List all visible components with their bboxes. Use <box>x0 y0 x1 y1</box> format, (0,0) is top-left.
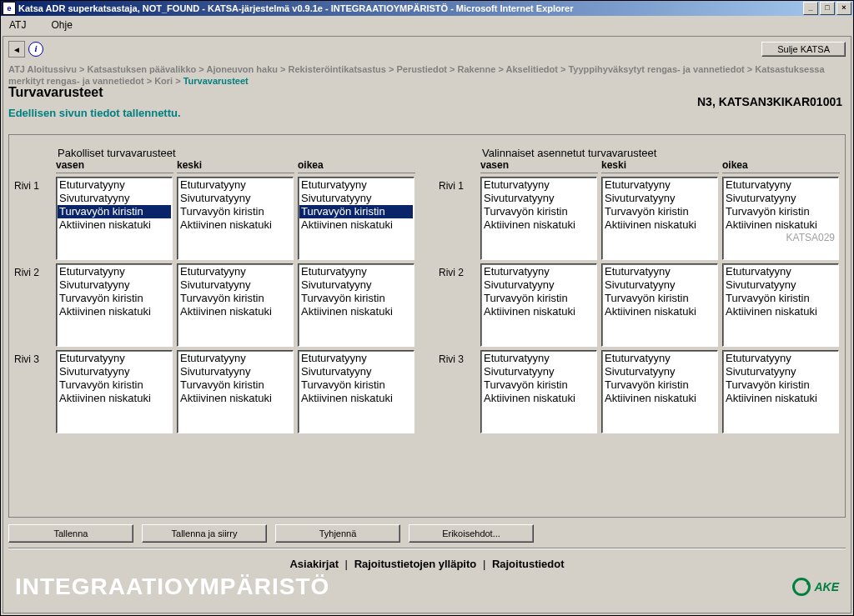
list-item[interactable]: Turvavyön kiristin <box>724 205 837 218</box>
crumb-4[interactable]: Perustiedot <box>397 64 448 74</box>
list-item[interactable]: Etuturvatyyny <box>299 352 413 365</box>
list-item[interactable]: Aktiivinen niskatuki <box>58 305 171 318</box>
list-item[interactable]: Sivuturvatyyny <box>58 365 171 378</box>
list-item[interactable]: Etuturvatyyny <box>724 178 837 192</box>
listbox-optional-r2-right[interactable]: EtuturvatyynySivuturvatyynyTurvavyön kir… <box>722 263 839 347</box>
list-item[interactable]: Turvavyön kiristin <box>299 292 413 305</box>
listbox-mandatory-r1-middle[interactable]: EtuturvatyynySivuturvatyynyTurvavyön kir… <box>177 177 294 260</box>
menu-atj[interactable]: ATJ <box>4 18 31 32</box>
list-item[interactable]: Sivuturvatyyny <box>299 365 413 378</box>
crumb-1[interactable]: Katsastuksen päävalikko <box>87 64 196 74</box>
list-item[interactable]: Aktiivinen niskatuki <box>724 305 837 318</box>
list-item[interactable]: Sivuturvatyyny <box>724 278 837 292</box>
listbox-optional-r3-middle[interactable]: EtuturvatyynySivuturvatyynyTurvavyön kir… <box>601 350 718 433</box>
list-item[interactable]: Aktiivinen niskatuki <box>724 392 837 405</box>
list-item[interactable]: Turvavyön kiristin <box>58 292 171 305</box>
back-button[interactable]: ◄ <box>8 41 25 58</box>
list-item[interactable]: Aktiivinen niskatuki <box>58 218 171 232</box>
menu-ohje[interactable]: Ohje <box>46 18 77 32</box>
list-item[interactable]: Sivuturvatyyny <box>178 365 292 378</box>
listbox-mandatory-r2-left[interactable]: EtuturvatyynySivuturvatyynyTurvavyön kir… <box>56 263 173 347</box>
list-item[interactable]: Turvavyön kiristin <box>603 205 716 218</box>
list-item[interactable]: Turvavyön kiristin <box>178 378 292 392</box>
list-item[interactable]: Sivuturvatyyny <box>299 278 413 292</box>
list-item[interactable]: Sivuturvatyyny <box>603 365 716 378</box>
list-item[interactable]: Sivuturvatyyny <box>58 192 171 205</box>
list-item[interactable]: Etuturvatyyny <box>603 265 716 278</box>
list-item[interactable]: Etuturvatyyny <box>724 265 837 278</box>
list-item[interactable]: Sivuturvatyyny <box>603 192 716 205</box>
list-item[interactable]: Aktiivinen niskatuki <box>299 218 413 232</box>
listbox-mandatory-r3-middle[interactable]: EtuturvatyynySivuturvatyynyTurvavyön kir… <box>177 350 294 433</box>
link-maint[interactable]: Rajoitustietojen ylläpito <box>354 558 477 570</box>
list-item[interactable]: Etuturvatyyny <box>178 178 292 192</box>
list-item[interactable]: Etuturvatyyny <box>482 352 595 365</box>
list-item[interactable]: Turvavyön kiristin <box>178 292 292 305</box>
link-restr[interactable]: Rajoitustiedot <box>492 558 565 570</box>
listbox-mandatory-r2-middle[interactable]: EtuturvatyynySivuturvatyynyTurvavyön kir… <box>177 263 294 347</box>
list-item[interactable]: Aktiivinen niskatuki <box>603 305 716 318</box>
list-item[interactable]: Etuturvatyyny <box>603 352 716 365</box>
list-item[interactable]: Aktiivinen niskatuki <box>178 392 292 405</box>
listbox-optional-r1-right[interactable]: EtuturvatyynySivuturvatyynyTurvavyön kir… <box>722 177 839 260</box>
list-item[interactable]: Turvavyön kiristin <box>178 205 292 218</box>
listbox-mandatory-r1-right[interactable]: EtuturvatyynySivuturvatyynyTurvavyön kir… <box>298 177 414 260</box>
list-item[interactable]: Sivuturvatyyny <box>482 278 595 292</box>
list-item[interactable]: Etuturvatyyny <box>299 265 413 278</box>
list-item[interactable]: Aktiivinen niskatuki <box>603 218 716 232</box>
special-button[interactable]: Erikoisehdot... <box>409 524 534 543</box>
list-item[interactable]: Etuturvatyyny <box>178 265 292 278</box>
list-item[interactable]: Aktiivinen niskatuki <box>178 305 292 318</box>
listbox-optional-r2-middle[interactable]: EtuturvatyynySivuturvatyynyTurvavyön kir… <box>601 263 718 347</box>
clear-button[interactable]: Tyhjennä <box>275 524 400 543</box>
list-item[interactable]: Etuturvatyyny <box>482 265 595 278</box>
crumb-2[interactable]: Ajoneuvon haku <box>206 64 278 74</box>
list-item[interactable]: Etuturvatyyny <box>58 178 171 192</box>
listbox-optional-r3-right[interactable]: EtuturvatyynySivuturvatyynyTurvavyön kir… <box>722 350 839 433</box>
listbox-mandatory-r3-right[interactable]: EtuturvatyynySivuturvatyynyTurvavyön kir… <box>298 350 414 433</box>
list-item[interactable]: Sivuturvatyyny <box>482 365 595 378</box>
list-item[interactable]: Sivuturvatyyny <box>724 192 837 205</box>
list-item[interactable]: Sivuturvatyyny <box>299 192 413 205</box>
list-item[interactable]: Etuturvatyyny <box>603 178 716 192</box>
save-button[interactable]: Tallenna <box>8 524 133 543</box>
list-item[interactable]: Aktiivinen niskatuki <box>482 392 595 405</box>
listbox-mandatory-r2-right[interactable]: EtuturvatyynySivuturvatyynyTurvavyön kir… <box>298 263 414 347</box>
list-item[interactable]: Turvavyön kiristin <box>299 205 413 218</box>
list-item[interactable]: Etuturvatyyny <box>299 178 413 192</box>
list-item[interactable]: Turvavyön kiristin <box>482 378 595 392</box>
maximize-button[interactable]: □ <box>820 2 835 15</box>
list-item[interactable]: Sivuturvatyyny <box>482 192 595 205</box>
list-item[interactable]: Etuturvatyyny <box>58 265 171 278</box>
list-item[interactable]: Turvavyön kiristin <box>603 292 716 305</box>
list-item[interactable]: Aktiivinen niskatuki <box>178 218 292 232</box>
info-icon[interactable]: i <box>28 42 43 57</box>
list-item[interactable]: Sivuturvatyyny <box>603 278 716 292</box>
list-item[interactable]: Sivuturvatyyny <box>178 192 292 205</box>
list-item[interactable]: Aktiivinen niskatuki <box>482 218 595 232</box>
list-item[interactable]: Sivuturvatyyny <box>724 365 837 378</box>
link-docs[interactable]: Asiakirjat <box>289 558 339 570</box>
list-item[interactable]: Turvavyön kiristin <box>58 205 171 218</box>
listbox-optional-r1-left[interactable]: EtuturvatyynySivuturvatyynyTurvavyön kir… <box>480 177 597 260</box>
list-item[interactable]: Etuturvatyyny <box>724 352 837 365</box>
list-item[interactable]: Etuturvatyyny <box>482 178 595 192</box>
list-item[interactable]: Aktiivinen niskatuki <box>482 305 595 318</box>
list-item[interactable]: Etuturvatyyny <box>58 352 171 365</box>
list-item[interactable]: Turvavyön kiristin <box>299 378 413 392</box>
list-item[interactable]: Turvavyön kiristin <box>603 378 716 392</box>
listbox-optional-r1-middle[interactable]: EtuturvatyynySivuturvatyynyTurvavyön kir… <box>601 177 718 260</box>
list-item[interactable]: Sivuturvatyyny <box>178 278 292 292</box>
crumb-0[interactable]: ATJ Aloitussivu <box>8 64 77 74</box>
save-go-button[interactable]: Tallenna ja siirry <box>142 524 267 543</box>
close-window-button[interactable]: × <box>836 2 851 15</box>
list-item[interactable]: Turvavyön kiristin <box>482 292 595 305</box>
list-item[interactable]: Turvavyön kiristin <box>724 378 837 392</box>
list-item[interactable]: Etuturvatyyny <box>178 352 292 365</box>
list-item[interactable]: Aktiivinen niskatuki <box>724 218 837 232</box>
listbox-mandatory-r1-left[interactable]: EtuturvatyynySivuturvatyynyTurvavyön kir… <box>56 177 173 260</box>
list-item[interactable]: Sivuturvatyyny <box>58 278 171 292</box>
listbox-mandatory-r3-left[interactable]: EtuturvatyynySivuturvatyynyTurvavyön kir… <box>56 350 173 433</box>
listbox-optional-r2-left[interactable]: EtuturvatyynySivuturvatyynyTurvavyön kir… <box>480 263 597 347</box>
list-item[interactable]: Aktiivinen niskatuki <box>299 305 413 318</box>
